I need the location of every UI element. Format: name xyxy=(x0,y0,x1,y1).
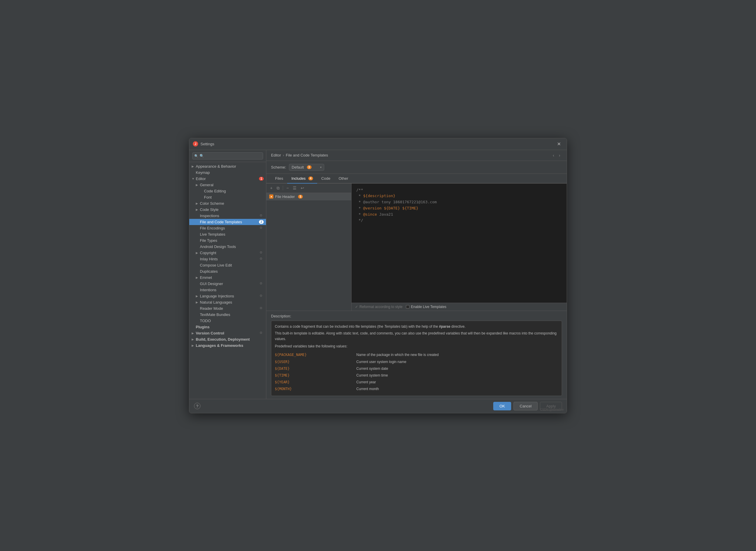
app-icon: J xyxy=(193,141,198,146)
sidebar-item-file-code-templates[interactable]: File and Code Templates 2 xyxy=(189,219,266,225)
sidebar-item-label: Plugins xyxy=(196,325,264,329)
tab-includes-label: Includes xyxy=(291,176,305,181)
sidebar-item-language-injections[interactable]: ▶ Language Injections ⚙ xyxy=(189,293,266,299)
tab-other[interactable]: Other xyxy=(334,174,352,183)
table-row: ${USER} Current user system login name xyxy=(275,359,558,365)
sidebar-item-general[interactable]: ▶ General xyxy=(189,182,266,188)
tab-code[interactable]: Code xyxy=(317,174,334,183)
file-items-list: ■ File Header 5 xyxy=(266,193,351,311)
sidebar-item-label: File Encodings xyxy=(200,226,258,230)
sidebar-item-duplicates[interactable]: Duplicates xyxy=(189,268,266,274)
desc-text-2: This built-in template is editable. Alon… xyxy=(275,331,558,342)
add-template-button[interactable]: + xyxy=(269,185,274,191)
forward-button[interactable]: › xyxy=(557,152,562,158)
copy-template-button[interactable]: ⧉ xyxy=(275,185,281,191)
code-line: * @version ${DATE} ${TIME} xyxy=(356,205,562,211)
sidebar-item-intentions[interactable]: Intentions xyxy=(189,287,266,293)
sidebar-item-android-design-tools[interactable]: Android Design Tools xyxy=(189,243,266,250)
rename-template-button[interactable]: ☰ xyxy=(291,185,298,191)
sidebar-item-label: Keymap xyxy=(196,170,264,175)
sidebar-item-gui-designer[interactable]: GUI Designer ⚙ xyxy=(189,281,266,287)
sidebar-item-languages-frameworks[interactable]: ▶ Languages & Frameworks xyxy=(189,343,266,349)
sidebar-item-compose-live-edit[interactable]: Compose Live Edit xyxy=(189,262,266,268)
sidebar-item-copyright[interactable]: ▶ Copyright ⚙ xyxy=(189,250,266,256)
remove-template-button[interactable]: − xyxy=(285,185,290,191)
gear-icon: ⚙ xyxy=(260,257,264,261)
sidebar-search-wrapper: 🔍 xyxy=(189,150,266,162)
sidebar-item-label: Compose Live Edit xyxy=(200,263,264,267)
sidebar-item-label: Font xyxy=(204,195,264,199)
search-input[interactable] xyxy=(192,152,263,159)
table-row: ${DATE} Current system date xyxy=(275,365,558,372)
var-desc: Current system date xyxy=(356,365,558,372)
sidebar-item-inspections[interactable]: Inspections ⚙ xyxy=(189,213,266,219)
gear-icon: ⚙ xyxy=(260,250,264,255)
sidebar-item-file-encodings[interactable]: File Encodings ⚙ xyxy=(189,225,266,231)
desc-text-1: Contains a code fragment that can be inc… xyxy=(275,324,558,330)
var-desc: Current month xyxy=(356,386,558,393)
sidebar-item-emmet[interactable]: ▶ Emmet xyxy=(189,274,266,281)
dialog-title: Settings xyxy=(200,142,555,146)
sidebar-tree: ▶ Appearance & Behavior Keymap ▼ Editor … xyxy=(189,162,266,399)
sidebar-item-label: File Types xyxy=(200,238,264,243)
reset-template-button[interactable]: ↩ xyxy=(299,185,306,191)
table-row: ${TIME} Current system time xyxy=(275,372,558,379)
sidebar-item-keymap[interactable]: Keymap xyxy=(189,169,266,176)
sidebar-item-reader-mode[interactable]: Reader Mode ⚙ xyxy=(189,306,266,312)
help-button[interactable]: ? xyxy=(194,403,200,409)
code-line: * @author tony 18601767221@163.com xyxy=(356,199,562,205)
cancel-button[interactable]: Cancel xyxy=(514,402,538,410)
sidebar-item-color-scheme[interactable]: ▶ Color Scheme xyxy=(189,200,266,206)
desc-italic: Templates xyxy=(384,325,400,329)
back-button[interactable]: ‹ xyxy=(551,152,556,158)
sidebar-item-label: General xyxy=(200,183,264,187)
sidebar-item-plugins[interactable]: Plugins xyxy=(189,324,266,330)
ok-button[interactable]: OK xyxy=(493,402,511,410)
var-desc: Current system time xyxy=(356,372,558,379)
sidebar-item-natural-languages[interactable]: ▶ Natural Languages xyxy=(189,299,266,306)
sidebar-item-textmate-bundles[interactable]: TextMate Bundles xyxy=(189,312,266,318)
expand-arrow: ▶ xyxy=(196,183,200,186)
close-button[interactable]: ✕ xyxy=(555,140,563,148)
gear-icon: ⚙ xyxy=(260,213,264,218)
enable-live-templates-check[interactable]: Enable Live Templates xyxy=(406,305,446,309)
scheme-select[interactable]: Default 3 ▾ xyxy=(289,164,324,171)
sidebar-item-label: File and Code Templates xyxy=(200,220,257,224)
settings-dialog: J Settings ✕ 🔍 ▶ Appearance & Behavior xyxy=(189,138,567,413)
gear-icon: ⚙ xyxy=(260,294,264,298)
sidebar-item-inlay-hints[interactable]: Inlay Hints ⚙ xyxy=(189,256,266,262)
sidebar-item-version-control[interactable]: ▶ Version Control ⚙ xyxy=(189,330,266,336)
sidebar-item-label: GUI Designer xyxy=(200,282,258,286)
breadcrumb-parent: Editor xyxy=(271,153,281,157)
file-item-file-header[interactable]: ■ File Header 5 xyxy=(266,193,351,200)
code-editor[interactable]: /** * ${description} * @author tony 1860… xyxy=(352,183,567,311)
gear-icon: ⚙ xyxy=(260,226,264,230)
sidebar-item-label: Languages & Frameworks xyxy=(196,343,264,348)
enable-live-templates-checkbox[interactable] xyxy=(406,305,409,309)
sidebar-item-build-execution[interactable]: ▶ Build, Execution, Deployment xyxy=(189,336,266,343)
sidebar-item-label: Natural Languages xyxy=(200,300,264,305)
code-line: */ xyxy=(356,217,562,223)
sidebar-item-appearance[interactable]: ▶ Appearance & Behavior xyxy=(189,163,266,169)
tab-files-label: Files xyxy=(275,176,283,181)
sidebar-item-font[interactable]: Font xyxy=(189,194,266,200)
breadcrumb-current: File and Code Templates xyxy=(286,153,328,157)
tab-includes[interactable]: Includes 4 xyxy=(287,174,317,183)
sidebar-item-code-style[interactable]: ▶ Code Style xyxy=(189,206,266,213)
enable-live-label: Enable Live Templates xyxy=(411,305,446,309)
sidebar-item-editor[interactable]: ▼ Editor 1 xyxy=(189,176,266,182)
table-row: ${MONTH} Current month xyxy=(275,386,558,393)
expand-arrow: ▶ xyxy=(196,301,200,304)
tab-other-label: Other xyxy=(339,176,348,181)
sidebar-item-code-editing[interactable]: Code Editing xyxy=(189,188,266,194)
checkmark-icon: ✓ xyxy=(355,305,358,309)
file-list-panel: + ⧉ − ☰ ↩ ■ File Header 5 xyxy=(266,183,352,311)
sidebar-item-live-templates[interactable]: Live Templates xyxy=(189,231,266,237)
tab-files[interactable]: Files xyxy=(271,174,287,183)
sidebar-item-label: TODO xyxy=(200,319,264,323)
var-name: ${TIME} xyxy=(275,372,356,379)
sidebar-item-todo[interactable]: TODO xyxy=(189,318,266,324)
sidebar-item-file-types[interactable]: File Types xyxy=(189,237,266,243)
toolbar-separator xyxy=(283,186,283,190)
var-name: ${YEAR} xyxy=(275,379,356,386)
